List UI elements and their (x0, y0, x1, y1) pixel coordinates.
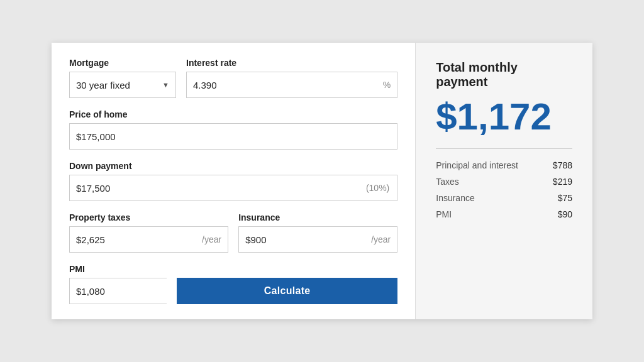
property-taxes-suffix: /year (202, 234, 228, 244)
interest-rate-input-wrapper: % (186, 72, 397, 98)
mortgage-select[interactable]: 30 year fixed 15 year fixed 5/1 ARM (76, 80, 158, 90)
interest-rate-suffix: % (383, 80, 397, 90)
mortgage-field-group: Mortgage 30 year fixed 15 year fixed 5/1… (69, 58, 176, 98)
calculator-wrapper: Mortgage 30 year fixed 15 year fixed 5/1… (52, 43, 592, 319)
down-payment-label: Down payment (69, 161, 397, 171)
breakdown-container: Principal and interest$788Taxes$219Insur… (436, 160, 572, 219)
breakdown-value: $75 (558, 193, 572, 203)
breakdown-divider (436, 148, 572, 149)
breakdown-row: Insurance$75 (436, 193, 572, 203)
right-panel: Total monthly payment $1,172 Principal a… (416, 43, 592, 319)
property-taxes-label: Property taxes (69, 212, 228, 222)
breakdown-label: Principal and interest (436, 160, 518, 170)
chevron-down-icon: ▼ (162, 81, 169, 89)
pmi-input-wrapper: /year (69, 278, 167, 304)
left-panel: Mortgage 30 year fixed 15 year fixed 5/1… (52, 43, 416, 319)
price-of-home-input-wrapper (69, 123, 397, 150)
pmi-field-group: PMI /year (69, 264, 167, 304)
pmi-calculate-row: PMI /year Calculate (69, 264, 397, 304)
price-of-home-field-group: Price of home (69, 109, 397, 150)
price-of-home-input[interactable] (70, 124, 397, 149)
property-taxes-input-wrapper: /year (69, 226, 228, 253)
breakdown-value: $788 (553, 160, 572, 170)
interest-rate-input[interactable] (187, 72, 383, 97)
insurance-suffix: /year (371, 234, 397, 244)
mortgage-interest-row: Mortgage 30 year fixed 15 year fixed 5/1… (69, 58, 397, 98)
down-payment-pct: (10%) (366, 183, 397, 193)
breakdown-label: Insurance (436, 193, 474, 203)
breakdown-row: Taxes$219 (436, 177, 572, 187)
insurance-field-group: Insurance /year (238, 212, 397, 253)
down-payment-field-group: Down payment (10%) (69, 161, 397, 201)
mortgage-label: Mortgage (69, 58, 176, 68)
calculate-button[interactable]: Calculate (177, 278, 397, 304)
mortgage-select-wrapper[interactable]: 30 year fixed 15 year fixed 5/1 ARM ▼ (69, 72, 176, 98)
pmi-label: PMI (69, 264, 167, 274)
down-payment-input-wrapper: (10%) (69, 175, 397, 201)
insurance-label: Insurance (238, 212, 397, 222)
total-monthly-label: Total monthly payment (436, 60, 572, 89)
price-of-home-label: Price of home (69, 109, 397, 119)
breakdown-row: PMI$90 (436, 209, 572, 219)
breakdown-value: $219 (553, 177, 572, 187)
property-taxes-field-group: Property taxes /year (69, 212, 228, 253)
insurance-input-wrapper: /year (238, 226, 397, 253)
insurance-input[interactable] (239, 227, 371, 252)
breakdown-value: $90 (558, 209, 572, 219)
property-taxes-input[interactable] (70, 227, 202, 252)
down-payment-input[interactable] (70, 175, 366, 200)
total-amount: $1,172 (436, 98, 572, 136)
interest-rate-field-group: Interest rate % (186, 58, 397, 98)
breakdown-row: Principal and interest$788 (436, 160, 572, 170)
breakdown-label: Taxes (436, 177, 459, 187)
taxes-insurance-row: Property taxes /year Insurance /year (69, 212, 397, 253)
breakdown-label: PMI (436, 209, 452, 219)
interest-rate-label: Interest rate (186, 58, 397, 68)
